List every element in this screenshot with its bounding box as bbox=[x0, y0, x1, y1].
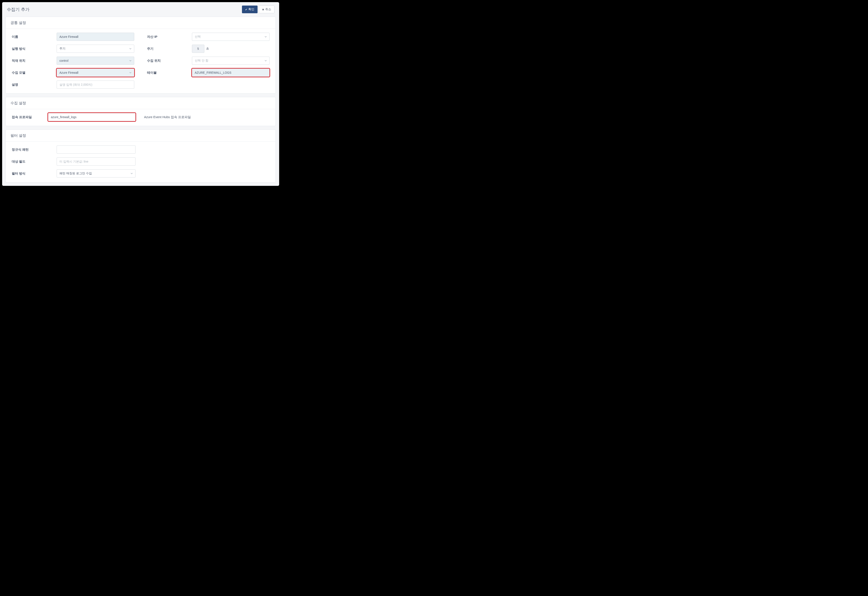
collect-location-label: 수집 위치 bbox=[147, 59, 192, 63]
dialog-title: 수집기 추가 bbox=[7, 7, 30, 12]
load-location-select[interactable]: control bbox=[57, 57, 134, 65]
collect-model-select[interactable]: Azure Firewall bbox=[57, 69, 134, 77]
connection-profile-value: azure_firewall_logs bbox=[51, 115, 77, 119]
load-location-label: 적재 위치 bbox=[12, 59, 57, 63]
target-field-input[interactable] bbox=[57, 158, 136, 165]
filter-settings-title: 필터 설정 bbox=[6, 130, 275, 142]
load-location-value: control bbox=[59, 59, 68, 62]
cancel-label: 취소 bbox=[265, 7, 271, 11]
filter-mode-value: 패턴 매칭된 로그만 수집 bbox=[59, 171, 92, 176]
table-label: 테이블 bbox=[147, 71, 192, 75]
interval-label: 주기 bbox=[147, 47, 192, 51]
interval-input[interactable] bbox=[192, 45, 204, 53]
collect-settings-panel: 수집 설정 접속 프로파일 azure_firewall_logs Azure … bbox=[6, 97, 276, 126]
interval-row: 주기 초 bbox=[147, 45, 269, 53]
asset-ip-placeholder: 선택 bbox=[195, 35, 201, 39]
regex-input[interactable] bbox=[57, 146, 136, 153]
table-input[interactable] bbox=[192, 69, 269, 77]
close-icon bbox=[262, 8, 264, 11]
target-field-label: 대상 필드 bbox=[12, 159, 57, 164]
description-label: 설명 bbox=[12, 83, 57, 87]
confirm-button[interactable]: 확인 bbox=[242, 6, 257, 13]
filter-settings-panel: 필터 설정 정규식 패턴 대상 필드 필터 방식 bbox=[6, 130, 276, 183]
collect-model-value: Azure Firewall bbox=[59, 71, 78, 74]
description-row: 설명 bbox=[12, 81, 134, 89]
common-settings-title: 공통 설정 bbox=[6, 17, 275, 29]
profile-label: 접속 프로파일 bbox=[12, 115, 48, 119]
collect-location-placeholder: 선택 안 함 bbox=[195, 59, 208, 63]
filter-mode-select[interactable]: 패턴 매칭된 로그만 수집 bbox=[57, 170, 136, 177]
collect-location-select[interactable]: 선택 안 함 bbox=[192, 57, 269, 65]
asset-ip-row: 자산 IP 선택 bbox=[147, 33, 269, 41]
name-label: 이름 bbox=[12, 35, 57, 39]
load-location-row: 적재 위치 control bbox=[12, 57, 134, 65]
add-collector-dialog: 수집기 추가 확인 취소 공통 설정 이름 bbox=[2, 2, 279, 186]
asset-ip-label: 자산 IP bbox=[147, 35, 192, 39]
confirm-label: 확인 bbox=[248, 7, 254, 11]
description-input[interactable] bbox=[57, 81, 134, 89]
regex-label: 정규식 패턴 bbox=[12, 148, 57, 152]
run-mode-label: 실행 방식 bbox=[12, 47, 57, 51]
header-buttons: 확인 취소 bbox=[242, 6, 274, 13]
collect-settings-title: 수집 설정 bbox=[6, 97, 275, 109]
common-settings-panel: 공통 설정 이름 자산 IP 선택 bbox=[6, 17, 276, 94]
interval-unit: 초 bbox=[206, 47, 209, 51]
connection-profile-select[interactable]: azure_firewall_logs bbox=[48, 113, 136, 121]
connection-profile-hint: Azure Event Hubs 접속 프로파일 bbox=[142, 115, 191, 119]
run-mode-select[interactable]: 주기 bbox=[57, 45, 134, 53]
name-row: 이름 bbox=[12, 33, 134, 41]
collect-model-row: 수집 모델 Azure Firewall bbox=[12, 69, 134, 77]
cancel-button[interactable]: 취소 bbox=[259, 6, 274, 13]
name-input[interactable] bbox=[57, 33, 134, 41]
filter-mode-row: 필터 방식 패턴 매칭된 로그만 수집 bbox=[12, 170, 136, 177]
regex-row: 정규식 패턴 bbox=[12, 146, 136, 153]
run-mode-row: 실행 방식 주기 bbox=[12, 45, 134, 53]
asset-ip-select[interactable]: 선택 bbox=[192, 33, 269, 41]
target-field-row: 대상 필드 bbox=[12, 158, 136, 165]
dialog-header: 수집기 추가 확인 취소 bbox=[2, 2, 279, 17]
table-row: 테이블 bbox=[147, 69, 269, 77]
run-mode-value: 주기 bbox=[59, 47, 65, 51]
collect-model-label: 수집 모델 bbox=[12, 71, 57, 75]
check-icon bbox=[245, 8, 247, 11]
collect-location-row: 수집 위치 선택 안 함 bbox=[147, 57, 269, 65]
filter-mode-label: 필터 방식 bbox=[12, 171, 57, 176]
